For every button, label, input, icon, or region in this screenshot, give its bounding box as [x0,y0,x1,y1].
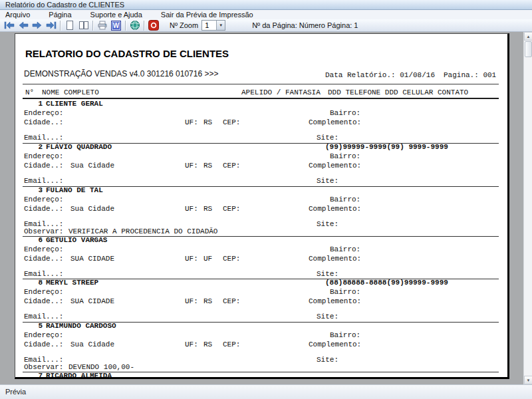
field-label-complemento: Complemento: [309,255,361,263]
zoom-label: Nº Zoom [170,21,198,29]
field-label-observar: Observar: [24,228,63,235]
export-word-button[interactable]: W [109,20,123,31]
record-name: FULANO DE TAL [46,187,103,194]
two-page-view-button[interactable] [76,20,90,31]
two-pages-icon [78,20,89,31]
field-value-cidade: Sua Cidade [70,341,114,348]
report-title: RELATORIO DO CADASTRO DE CLIENTES [25,50,229,57]
field-value-cidade: SUA CIDADE [70,255,114,263]
field-label-site: Site: [317,221,338,228]
field-value-uf: RS [203,119,212,126]
field-value-uf: RS [203,162,212,170]
last-page-button[interactable] [44,20,58,31]
previous-page-icon [18,21,29,30]
field-label-uf: UF: [185,255,198,263]
field-label-cidade: Cidade..: [24,341,63,348]
toolbar-separator [60,21,61,31]
status-bar: Prévia [0,384,532,399]
divider [23,84,499,84]
field-label-endereco: Endereço: [24,246,63,253]
field-label-uf: UF: [185,205,198,213]
record-name: RICARDO ALMEIDA [46,372,112,379]
field-value-uf: RS [203,205,212,213]
record-number: 3 [24,187,43,194]
client-record: 7 RICARDO ALMEIDA [15,372,509,379]
client-record: 3 FULANO DE TAL Endereço: Bairro: Cidade… [15,187,509,237]
field-value-uf: RS [203,298,212,305]
field-label-endereco: Endereço: [24,153,63,160]
field-label-cep: CEP: [223,255,240,263]
previous-page-button[interactable] [16,20,30,31]
menu-item-pagina[interactable]: Página [49,11,71,19]
toolbar-separator [125,21,126,31]
chevron-down-icon[interactable]: ▼ [216,21,225,30]
field-label-cidade: Cidade..: [24,119,63,126]
column-header-num: N° [25,89,34,96]
page-number-info: Nº da Página: Número Página: 1 [252,21,358,29]
next-page-button[interactable] [30,20,44,31]
report-subtitle: DEMONSTRAÇÃO VENDAS v4.0 301216 010716 >… [24,70,218,78]
record-phones: (88)88888-8888(99)99999-9999 [325,279,448,287]
field-label-bairro: Bairro: [330,110,360,117]
scrollbar-thumb[interactable] [525,41,532,57]
record-number: 1 [24,100,43,108]
field-label-site: Site: [317,313,338,321]
field-label-bairro: Bairro: [330,289,360,296]
toolbar: W Nº Zoom 1 ▼ Nº da Página: Número Págin… [0,19,532,32]
field-value-observar: DEVENDO 100,00- [68,364,134,371]
print-button[interactable] [95,20,109,31]
zoom-dropdown[interactable]: 1 ▼ [201,20,225,31]
menu-item-sair-previa[interactable]: Sair da Prévia de Impressão [161,11,253,19]
field-label-complemento: Complemento: [309,298,361,305]
field-label-bairro: Bairro: [330,196,360,203]
exit-preview-button[interactable] [146,20,160,31]
field-value-cidade: Sua Cidade [70,162,114,170]
field-value-cidade: SUA CIDADE [70,298,114,305]
field-label-endereco: Endereço: [24,196,63,203]
record-number: 7 [24,372,43,379]
field-label-bairro: Bairro: [330,153,360,160]
client-record: 2 FLÁVIO QUADRADO (99)99999-9999(99) 999… [15,144,509,187]
vertical-scrollbar[interactable]: ▲ ▼ [523,32,532,384]
window-title: Relatório do Cadastro de CLIENTES [5,1,124,9]
scroll-up-icon[interactable]: ▲ [524,32,532,41]
scroll-down-icon[interactable]: ▼ [524,376,532,384]
preview-area: RELATORIO DO CADASTRO DE CLIENTES DEMONS… [0,32,532,384]
client-record: 5 RAIMUNDO CARDOSO Endereço: Bairro: Cid… [15,323,509,372]
record-name: CLIENTE GERAL [46,100,103,108]
report-date: Data Relatório.: 01/08/16 [325,72,435,79]
field-value-observar: VERIFICAR A PROCEDENCIA DO CIDADÃO [68,228,217,235]
field-value-uf: RS [203,341,212,348]
field-label-cep: CEP: [223,341,240,348]
field-label-observar: Observar: [24,364,63,371]
client-record: 8 MERYL STREEP (88)88888-8888(99)99999-9… [15,279,509,323]
field-label-email: Email...: [24,271,63,278]
record-number: 6 [24,237,43,244]
client-record: 6 GETULIO VARGAS Endereço: Bairro: Cidad… [15,237,509,279]
first-page-button[interactable] [2,20,16,31]
record-number: 8 [24,279,43,287]
field-label-bairro: Bairro: [330,332,360,339]
field-label-email: Email...: [24,178,63,185]
record-name: MERYL STREEP [46,279,98,287]
field-label-cidade: Cidade..: [24,298,63,305]
zoom-value: 1 [202,21,216,30]
export-html-button[interactable] [128,20,142,31]
column-header-phones: DDD TELEFONE DDD CELULAR [328,89,433,96]
word-icon: W [111,21,121,31]
menu-item-suporte[interactable]: Suporte e Ajuda [90,11,142,19]
field-value-uf: UF [203,255,212,263]
toolbar-separator [144,21,144,31]
toolbar-separator [92,21,93,31]
field-label-endereco: Endereço: [24,332,63,339]
column-header-apelido: APELIDO / FANTASIA [241,89,321,96]
next-page-icon [32,21,43,30]
field-label-cidade: Cidade..: [24,205,63,213]
globe-icon [130,20,140,31]
single-page-view-button[interactable] [63,20,76,31]
menu-item-arquivo[interactable]: Arquivo [5,11,30,19]
field-label-complemento: Complemento: [309,205,361,213]
field-label-site: Site: [317,271,338,278]
field-label-email: Email...: [24,134,63,142]
field-value-cidade: Sua Cidade [70,205,114,213]
